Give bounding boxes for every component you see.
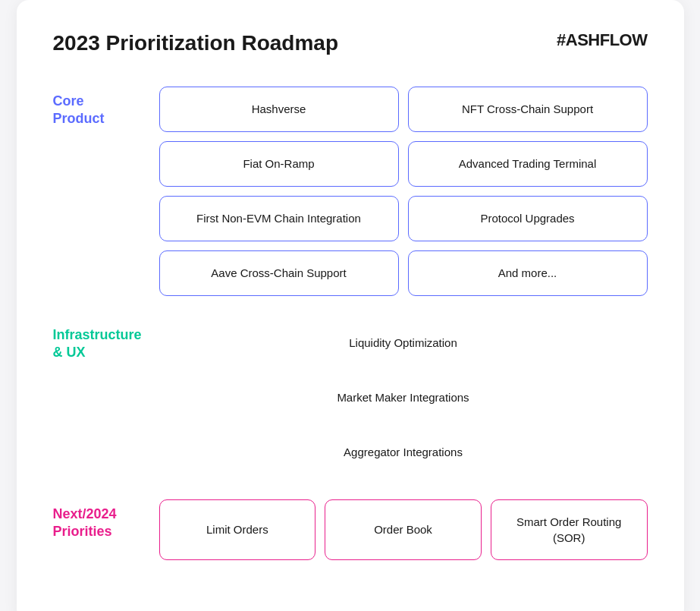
- next-item-order-book: Order Book: [325, 499, 482, 560]
- infrastructure-section: Infrastructure& UX Liquidity Optimizatio…: [53, 320, 648, 475]
- core-item-and-more: And more...: [408, 250, 648, 296]
- next-2024-content: Limit Orders Order Book Smart Order Rout…: [159, 499, 648, 560]
- infrastructure-label: Infrastructure& UX: [53, 320, 159, 362]
- next-2024-grid: Limit Orders Order Book Smart Order Rout…: [159, 499, 648, 560]
- core-product-grid: Hashverse NFT Cross-Chain Support Fiat O…: [159, 87, 648, 296]
- infra-item-aggregator: Aggregator Integrations: [159, 430, 648, 475]
- core-item-aave: Aave Cross-Chain Support: [159, 250, 399, 296]
- next-2024-label: Next/2024Priorities: [53, 499, 159, 541]
- logo: #ASHFLOW: [557, 30, 647, 50]
- core-item-trading-terminal: Advanced Trading Terminal: [408, 141, 648, 187]
- main-card: 2023 Prioritization Roadmap #ASHFLOW Cor…: [17, 0, 684, 611]
- core-product-content: Hashverse NFT Cross-Chain Support Fiat O…: [159, 87, 648, 296]
- next-2024-section: Next/2024Priorities Limit Orders Order B…: [53, 499, 648, 560]
- core-item-fiat: Fiat On-Ramp: [159, 141, 399, 187]
- page-title: 2023 Prioritization Roadmap: [53, 30, 339, 56]
- infra-item-liquidity: Liquidity Optimization: [159, 320, 648, 366]
- core-product-section: CoreProduct Hashverse NFT Cross-Chain Su…: [53, 87, 648, 296]
- core-item-non-evm: First Non-EVM Chain Integration: [159, 196, 399, 241]
- core-item-hashverse: Hashverse: [159, 87, 399, 132]
- next-item-limit-orders: Limit Orders: [159, 499, 316, 560]
- core-product-label: CoreProduct: [53, 87, 159, 128]
- core-item-nft: NFT Cross-Chain Support: [408, 87, 648, 132]
- header: 2023 Prioritization Roadmap #ASHFLOW: [53, 30, 648, 56]
- next-item-sor: Smart Order Routing (SOR): [491, 499, 648, 560]
- infrastructure-stack: Liquidity Optimization Market Maker Inte…: [159, 320, 648, 475]
- infra-item-market-maker: Market Maker Integrations: [159, 375, 648, 420]
- infrastructure-content: Liquidity Optimization Market Maker Inte…: [159, 320, 648, 475]
- core-item-protocol-upgrades: Protocol Upgrades: [408, 196, 648, 241]
